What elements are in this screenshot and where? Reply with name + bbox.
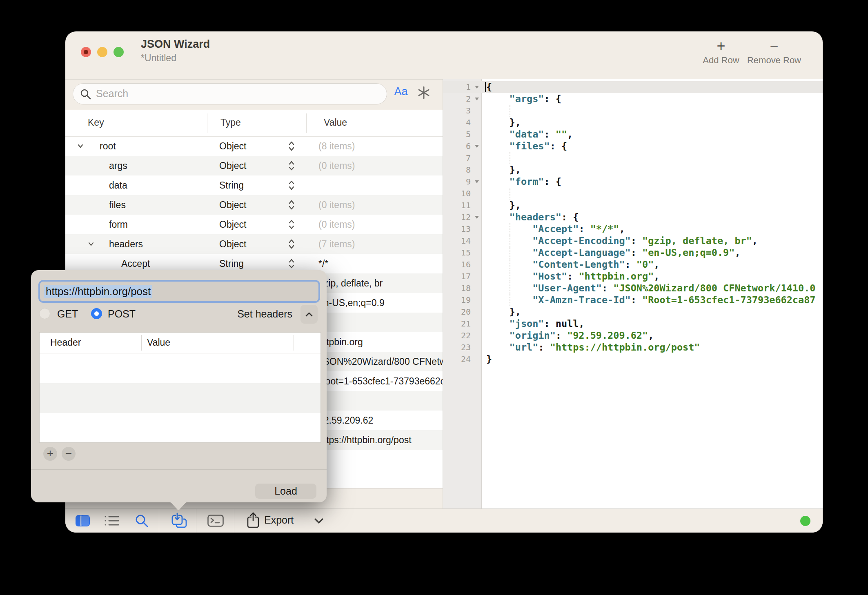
line-number: 16 [443, 259, 481, 271]
type-stepper-icon[interactable] [288, 160, 295, 173]
type-stepper-icon[interactable] [288, 199, 295, 213]
code-line-text: "data": "", [481, 129, 573, 140]
add-header-button[interactable]: + [43, 447, 57, 461]
load-button[interactable]: Load [255, 484, 316, 499]
get-radio-label[interactable]: GET [57, 308, 78, 320]
export-menu-chevron[interactable] [314, 518, 324, 526]
fold-triangle-icon[interactable] [475, 180, 479, 183]
status-indicator [800, 516, 810, 526]
row-type: Object [219, 239, 246, 250]
export-button[interactable] [247, 512, 260, 531]
editor-line: 14 "Accept-Encoding": "gzip, deflate, br… [443, 235, 823, 247]
editor-line: 15 "Accept-Language": "en-US,en;q=0.9", [443, 247, 823, 259]
remove-row-button[interactable]: − Remove Row [738, 39, 810, 66]
column-header-value[interactable]: Value [324, 117, 347, 128]
document-subtitle: *Untitled [141, 53, 176, 64]
editor-line: 6 "files": { [443, 140, 823, 152]
column-divider [207, 113, 207, 133]
load-from-url-button[interactable] [171, 513, 188, 531]
type-stepper-icon[interactable] [288, 140, 295, 154]
zoom-button[interactable] [114, 47, 124, 57]
editor-line: 19 "X-Amzn-Trace-Id": "Root=1-653cfec1-7… [443, 294, 823, 306]
fold-triangle-icon[interactable] [475, 145, 479, 148]
type-stepper-icon[interactable] [288, 179, 295, 193]
type-stepper-icon[interactable] [288, 238, 295, 252]
table-row[interactable]: filesObject(0 items) [65, 195, 443, 215]
chevron-down-icon [314, 518, 324, 524]
column-header-key[interactable]: Key [88, 117, 104, 128]
window-title: JSON Wizard [141, 38, 210, 51]
line-number: 14 [443, 235, 481, 247]
export-label[interactable]: Export [264, 514, 294, 526]
match-case-button[interactable]: Aa [391, 85, 411, 98]
type-stepper-icon[interactable] [288, 258, 295, 271]
code-line-text: "X-Amzn-Trace-Id": "Root=1-653cfec1-7379… [481, 294, 815, 306]
line-number: 8 [443, 164, 481, 176]
row-value: en-US,en;q=0.9 [318, 298, 385, 309]
regex-asterisk-button[interactable] [416, 84, 432, 101]
fold-triangle-icon[interactable] [475, 98, 479, 100]
fold-triangle-icon[interactable] [475, 216, 479, 219]
fold-triangle-icon[interactable] [475, 86, 479, 89]
toolbar-divider [234, 509, 234, 533]
code-line-text [481, 188, 510, 200]
line-number: 3 [443, 105, 481, 117]
table-row[interactable]: rootObject(8 items) [65, 136, 443, 156]
chevron-up-icon [305, 311, 313, 317]
row-key: headers [109, 239, 143, 250]
line-number: 7 [443, 152, 481, 164]
url-input[interactable]: https://httpbin.org/post [38, 280, 320, 303]
code-line-text: "json": null, [481, 318, 585, 330]
close-button[interactable] [81, 47, 91, 57]
minus-icon: − [738, 39, 810, 53]
type-stepper-icon[interactable] [288, 218, 295, 232]
editor-line: 2 "args": { [443, 93, 823, 105]
editor-line: 12 "headers": { [443, 211, 823, 223]
row-value: */* [318, 258, 328, 269]
magnifier-icon [134, 513, 149, 528]
json-source-editor[interactable]: 1{2 "args": {3 4 },5 "data": "",6 "files… [443, 79, 823, 509]
code-line-text: "Accept-Encoding": "gzip, deflate, br", [481, 235, 758, 247]
editor-line: 18 "User-Agent": "JSON%20Wizard/800 CFNe… [443, 282, 823, 294]
row-value: gzip, deflate, br [318, 278, 383, 289]
code-line-text: "args": { [481, 93, 561, 105]
disclosure-chevron-icon[interactable] [77, 143, 84, 151]
post-radio[interactable] [91, 308, 102, 319]
get-radio[interactable] [39, 308, 50, 319]
find-button[interactable] [134, 513, 149, 530]
editor-line: 17 "Host": "httpbin.org", [443, 271, 823, 282]
headers-table-row[interactable] [40, 413, 320, 443]
headers-table-row[interactable] [40, 383, 320, 413]
column-header-type[interactable]: Type [220, 117, 241, 128]
table-row[interactable]: argsObject(0 items) [65, 156, 443, 175]
table-row[interactable]: headersObject(7 items) [65, 234, 443, 254]
column-divider [141, 335, 142, 351]
editor-line: 11 }, [443, 200, 823, 211]
table-row[interactable]: dataString [65, 175, 443, 195]
disclosure-chevron-icon[interactable] [88, 241, 94, 249]
console-button[interactable] [207, 515, 224, 528]
tree-table-header: Key Type Value [65, 110, 443, 137]
row-type: Object [219, 160, 246, 171]
row-type: String [219, 180, 244, 191]
table-row[interactable]: formObject(0 items) [65, 215, 443, 234]
toggle-sidebar-button[interactable] [75, 515, 90, 528]
collapse-headers-button[interactable] [300, 305, 318, 324]
line-number: 5 [443, 129, 481, 140]
remove-header-button[interactable]: − [62, 447, 76, 461]
asterisk-icon [416, 84, 432, 101]
row-value: (8 items) [318, 141, 355, 152]
search-placeholder: Search [96, 88, 128, 100]
toolbar-divider [196, 509, 196, 533]
line-number: 19 [443, 294, 481, 306]
import-download-icon [171, 513, 188, 529]
post-radio-label[interactable]: POST [108, 308, 136, 320]
minimize-button[interactable] [97, 47, 107, 57]
code-line-text: { [481, 81, 492, 93]
list-view-button[interactable] [104, 515, 120, 528]
headers-table[interactable]: Header Value [39, 332, 321, 443]
list-icon [104, 515, 120, 526]
search-input[interactable]: Search [73, 83, 387, 104]
toolbar-divider [159, 509, 159, 533]
headers-table-row[interactable] [40, 353, 320, 383]
